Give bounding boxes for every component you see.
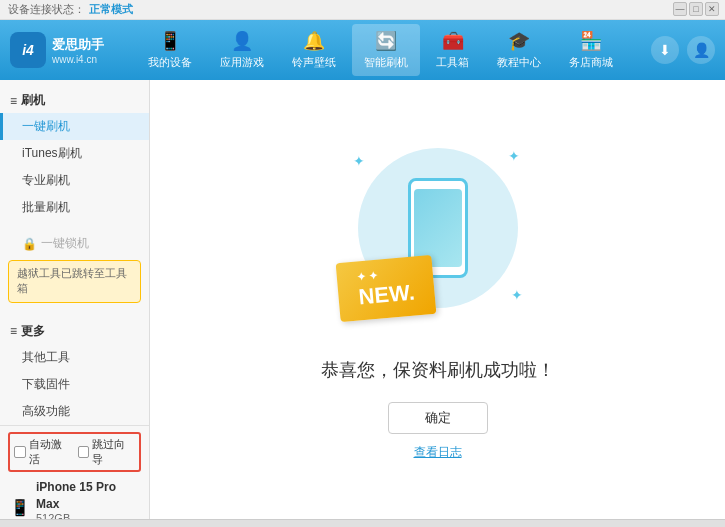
header-right: ⬇ 👤 <box>651 36 715 64</box>
sidebar-item-itunes-flash[interactable]: iTunes刷机 <box>0 140 149 167</box>
logo-text: 爱思助手 www.i4.cn <box>52 36 104 65</box>
phone-illustration: ✦ ✦ ✦ ✦ ✦ NEW. <box>348 138 528 338</box>
logo: i4 爱思助手 www.i4.cn <box>10 32 110 68</box>
new-banner: ✦ ✦ NEW. <box>335 255 436 322</box>
win-maximize[interactable]: □ <box>689 2 703 16</box>
account-button[interactable]: 👤 <box>687 36 715 64</box>
tab-tutorial[interactable]: 🎓 教程中心 <box>485 24 553 76</box>
sparkle-icon-br: ✦ <box>511 287 523 303</box>
device-area: 自动激活 跳过向导 📱 iPhone 15 Pro Max 512GB iPho… <box>0 425 149 527</box>
sparkle-icon-tl: ✦ <box>353 153 365 169</box>
view-log-link[interactable]: 查看日志 <box>414 444 462 461</box>
win-close[interactable]: ✕ <box>705 2 719 16</box>
account-icon: 👤 <box>693 42 710 58</box>
sidebar-item-other-tools[interactable]: 其他工具 <box>0 344 149 371</box>
tab-apps[interactable]: 👤 应用游戏 <box>208 24 276 76</box>
download-icon: ⬇ <box>659 42 671 58</box>
auto-activate-checkbox[interactable]: 自动激活 <box>14 437 72 467</box>
skip-guide-checkbox[interactable]: 跳过向导 <box>78 437 136 467</box>
download-button[interactable]: ⬇ <box>651 36 679 64</box>
connect-status: 正常模式 <box>89 2 133 17</box>
win-minimize[interactable]: — <box>673 2 687 16</box>
header: i4 爱思助手 www.i4.cn 📱 我的设备 👤 应用游戏 🔔 铃声壁纸 🔄… <box>0 20 725 80</box>
success-text: 恭喜您，保资料刷机成功啦！ <box>321 358 555 382</box>
tab-ringtones[interactable]: 🔔 铃声壁纸 <box>280 24 348 76</box>
nav-tabs: 📱 我的设备 👤 应用游戏 🔔 铃声壁纸 🔄 智能刷机 🧰 工具箱 🎓 教程中心… <box>110 24 651 76</box>
phone-icon: 📱 <box>10 498 30 517</box>
ringtones-icon: 🔔 <box>303 30 325 52</box>
device-name: iPhone 15 Pro Max <box>36 479 139 513</box>
sidebar-notice: 越狱工具已跳转至工具箱 <box>8 260 141 303</box>
lock-icon: 🔒 <box>22 237 37 251</box>
sidebar-item-pro-flash[interactable]: 专业刷机 <box>0 167 149 194</box>
sidebar-item-disabled: 🔒 一键锁机 <box>0 231 149 256</box>
content-area: ✦ ✦ ✦ ✦ ✦ NEW. 恭喜您，保资料刷机成功啦！ 确定 查看日志 <box>150 80 725 519</box>
auto-row: 自动激活 跳过向导 <box>8 432 141 472</box>
main-area: ≡ 刷机 一键刷机 iTunes刷机 专业刷机 批量刷机 🔒 一键锁机 越狱工具… <box>0 80 725 519</box>
sidebar: ≡ 刷机 一键刷机 iTunes刷机 专业刷机 批量刷机 🔒 一键锁机 越狱工具… <box>0 80 150 519</box>
sidebar-item-advanced[interactable]: 高级功能 <box>0 398 149 425</box>
tab-my-device[interactable]: 📱 我的设备 <box>136 24 204 76</box>
sidebar-item-batch-flash[interactable]: 批量刷机 <box>0 194 149 221</box>
flash-icon: 🔄 <box>375 30 397 52</box>
top-status: 设备连接状态： 正常模式 <box>8 2 133 17</box>
more-section-icon: ≡ <box>10 324 17 338</box>
apps-icon: 👤 <box>231 30 253 52</box>
logo-icon: i4 <box>10 32 46 68</box>
flash-section-header: ≡ 刷机 <box>0 88 149 113</box>
toolbox-icon: 🧰 <box>442 30 464 52</box>
auto-activate-check[interactable] <box>14 446 26 458</box>
connect-prefix: 设备连接状态： <box>8 2 85 17</box>
more-section-header: ≡ 更多 <box>0 317 149 344</box>
sidebar-item-download-firmware[interactable]: 下载固件 <box>0 371 149 398</box>
tab-toolbox[interactable]: 🧰 工具箱 <box>424 24 481 76</box>
tab-smart-flash[interactable]: 🔄 智能刷机 <box>352 24 420 76</box>
device-icon: 📱 <box>159 30 181 52</box>
window-titlebar: 设备连接状态： 正常模式 — □ ✕ <box>0 0 725 20</box>
win-controls: — □ ✕ <box>673 2 719 16</box>
tutorial-icon: 🎓 <box>508 30 530 52</box>
skip-guide-check[interactable] <box>78 446 90 458</box>
store-icon: 🏪 <box>580 30 602 52</box>
sparkle-icon-tr: ✦ <box>508 148 520 164</box>
flash-section-icon: ≡ <box>10 94 17 108</box>
confirm-button[interactable]: 确定 <box>388 402 488 434</box>
tab-store[interactable]: 🏪 务店商城 <box>557 24 625 76</box>
bottom-area: 阻止iTunes运行 V7.98.66 客服 微信公众号 检查更新 <box>0 519 725 527</box>
sidebar-item-one-key-flash[interactable]: 一键刷机 <box>0 113 149 140</box>
itunes-bar: 阻止iTunes运行 V7.98.66 客服 微信公众号 检查更新 <box>0 519 725 527</box>
